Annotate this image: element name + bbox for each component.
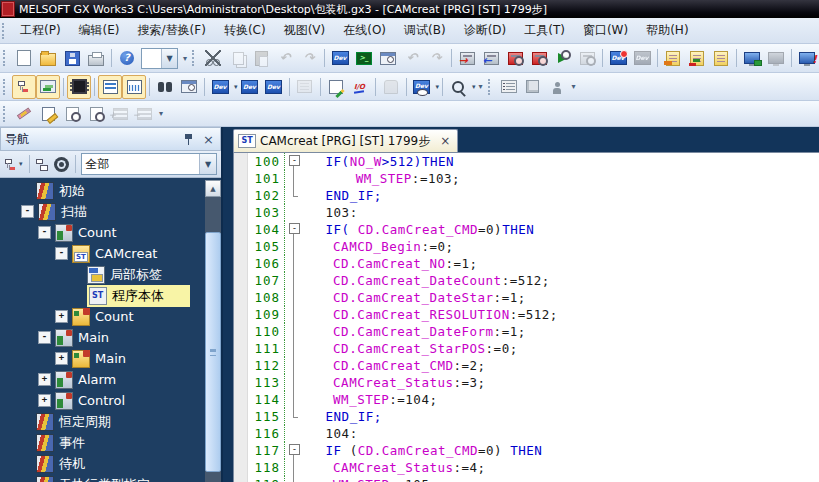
tree-item-Main[interactable]: -Main xyxy=(0,327,204,348)
collapse-expander-icon[interactable]: - xyxy=(55,247,68,260)
statement-copy-icon[interactable] xyxy=(709,46,733,70)
close-panel-icon[interactable]: × xyxy=(201,133,216,146)
code-line[interactable]: 113CAMCreat_Status:=3; xyxy=(234,374,819,391)
code-line[interactable]: 107CD.CamCreat_DateCount:=512; xyxy=(234,272,819,289)
toolbar-overflow-chevron[interactable]: ▾ xyxy=(180,54,190,63)
code-line[interactable]: 104-IF( CD.CamCreat_CMD=0)THEN xyxy=(234,221,819,238)
tree-item-事件[interactable]: 事件 xyxy=(0,432,204,453)
watch-window-icon[interactable] xyxy=(376,46,400,70)
redo-icon[interactable]: ↷ xyxy=(297,46,321,70)
tree-display-button[interactable]: ▾ xyxy=(2,153,26,175)
toolbar-overflow-chevron[interactable]: ▾ xyxy=(569,82,579,91)
code-line[interactable]: 116104: xyxy=(234,425,819,442)
device-search-icon[interactable] xyxy=(503,46,527,70)
code-line[interactable]: 108CD.CamCreat_DateStar:=1; xyxy=(234,289,819,306)
tree-item-Main[interactable]: +Main xyxy=(0,348,204,369)
copy-icon[interactable] xyxy=(225,46,249,70)
print-icon[interactable] xyxy=(84,46,108,70)
code-line[interactable]: 115END_IF; xyxy=(234,408,819,425)
object-browser-icon[interactable] xyxy=(521,75,545,99)
io-check-icon[interactable]: I/O xyxy=(348,75,372,99)
toolbar-overflow-chevron[interactable]: ▾ xyxy=(476,82,486,91)
open-project-icon[interactable] xyxy=(36,46,60,70)
tab-close-icon[interactable]: × xyxy=(440,135,450,147)
undo-operation-icon[interactable]: ↶ xyxy=(400,46,424,70)
menu-在线O[interactable]: 在线(O) xyxy=(334,19,395,42)
tab-camcreat[interactable]: ST CAMcreat [PRG] [ST] 1799步 × xyxy=(233,129,458,152)
cross-transfer-icon[interactable] xyxy=(685,46,709,70)
delete-rows-icon[interactable] xyxy=(132,102,156,126)
verify-disabled-icon[interactable] xyxy=(575,46,599,70)
edit-mode-icon[interactable] xyxy=(12,102,36,126)
tree-item-程序本体[interactable]: 程序本体 xyxy=(0,285,204,306)
new-project-icon[interactable] xyxy=(12,46,36,70)
collapse-all-button[interactable] xyxy=(33,153,51,175)
menu-调试B[interactable]: 调试(B) xyxy=(395,19,455,42)
project-search-combobox[interactable]: ▼ xyxy=(141,48,178,69)
code-line[interactable]: 112CD.CamCreat_CMD:=2; xyxy=(234,357,819,374)
selected-tree-item[interactable]: 程序本体 xyxy=(87,285,190,307)
pin-icon[interactable] xyxy=(184,134,193,145)
tree-item-CAMcreat[interactable]: -CAMcreat xyxy=(0,243,204,264)
tree-item-待机[interactable]: 待机 xyxy=(0,453,204,474)
device-display-icon[interactable]: Dev xyxy=(410,75,434,99)
code-line[interactable]: 101WM_STEP:=103; xyxy=(234,170,819,187)
chevron-down-icon[interactable]: ▼ xyxy=(161,49,177,68)
element-list-icon[interactable] xyxy=(122,75,146,99)
program-list-icon[interactable] xyxy=(98,75,122,99)
nav-scrollbar[interactable]: ▲ xyxy=(205,180,221,482)
module-configuration-icon[interactable] xyxy=(67,75,91,99)
scroll-up-button[interactable]: ▲ xyxy=(205,180,221,197)
menu-帮助H[interactable]: 帮助(H) xyxy=(637,19,697,42)
cross-reference-icon[interactable] xyxy=(293,75,317,99)
statement-edit-icon[interactable] xyxy=(324,75,348,99)
find-previous-icon[interactable] xyxy=(84,102,108,126)
tree-filter-select[interactable]: 全部 ▼ xyxy=(81,153,217,175)
st-code-editor[interactable]: 100-IF(NO_W>512)THEN101WM_STEP:=103;102E… xyxy=(233,152,819,482)
help-icon[interactable]: ? xyxy=(115,46,139,70)
expand-expander-icon[interactable]: + xyxy=(55,310,68,323)
device-comment-icon[interactable]: Dev xyxy=(208,75,232,99)
device-network-icon[interactable]: Dev xyxy=(262,75,286,99)
menu-窗口W[interactable]: 窗口(W) xyxy=(574,19,637,42)
menu-视图V[interactable]: 视图(V) xyxy=(275,19,335,42)
save-project-icon[interactable] xyxy=(60,46,84,70)
menu-诊断D[interactable]: 诊断(D) xyxy=(455,19,516,42)
element-selection-window-toggle-icon[interactable] xyxy=(36,75,60,99)
write-to-plc-icon[interactable] xyxy=(455,46,479,70)
chevron-down-icon[interactable]: ▼ xyxy=(199,154,216,174)
expand-expander-icon[interactable]: + xyxy=(55,352,68,365)
code-line[interactable]: 114WM_STEP:=104; xyxy=(234,391,819,408)
redo-operation-icon[interactable]: ↷ xyxy=(424,46,448,70)
insert-rows-icon[interactable] xyxy=(108,102,132,126)
tree-item-无执行类型指定[interactable]: 无执行类型指定 xyxy=(0,474,204,482)
menu-工程P[interactable]: 工程(P) xyxy=(11,19,70,42)
code-line[interactable]: 105CAMCD_Begin:=0; xyxy=(234,238,819,255)
code-line[interactable]: 106CD.CamCreat_NO:=1; xyxy=(234,255,819,272)
device-find-icon[interactable]: Dev xyxy=(328,46,352,70)
code-line[interactable]: 117-IF (CD.CamCreat_CMD=0) THEN xyxy=(234,442,819,459)
code-line[interactable]: 119WM_STEP:=105; xyxy=(234,476,819,482)
settings-button[interactable] xyxy=(51,153,72,175)
tree-item-Count[interactable]: -Count xyxy=(0,222,204,243)
tree-item-初始[interactable]: 初始 xyxy=(0,180,204,201)
device-search-2-icon[interactable] xyxy=(527,46,551,70)
code-line[interactable]: 100-IF(NO_W>512)THEN xyxy=(234,153,819,170)
option-list-icon[interactable] xyxy=(497,75,521,99)
code-line[interactable]: 102END_IF; xyxy=(234,187,819,204)
code-line[interactable]: 109CD.CamCreat_RESOLUTION:=512; xyxy=(234,306,819,323)
device-memory-list-icon[interactable]: Dev xyxy=(238,75,262,99)
device-memory-on-icon[interactable]: Dev xyxy=(606,46,630,70)
user-management-icon[interactable] xyxy=(545,75,569,99)
menu-工具T[interactable]: 工具(T) xyxy=(515,19,574,42)
find-icon[interactable] xyxy=(153,75,177,99)
toolbar-overflow-chevron[interactable]: ▾ xyxy=(156,109,166,118)
fold-toggle-icon[interactable]: - xyxy=(289,444,300,455)
program-edit-icon[interactable] xyxy=(36,102,60,126)
undo-icon[interactable]: ↶ xyxy=(273,46,297,70)
tree-item-Alarm[interactable]: +Alarm xyxy=(0,369,204,390)
intelligent-monitor-icon[interactable]: >_ xyxy=(352,46,376,70)
tree-item-局部标签[interactable]: 局部标签 xyxy=(0,264,204,285)
monitor-status-icon[interactable] xyxy=(795,46,819,70)
menu-转换C[interactable]: 转换(C) xyxy=(215,19,275,42)
